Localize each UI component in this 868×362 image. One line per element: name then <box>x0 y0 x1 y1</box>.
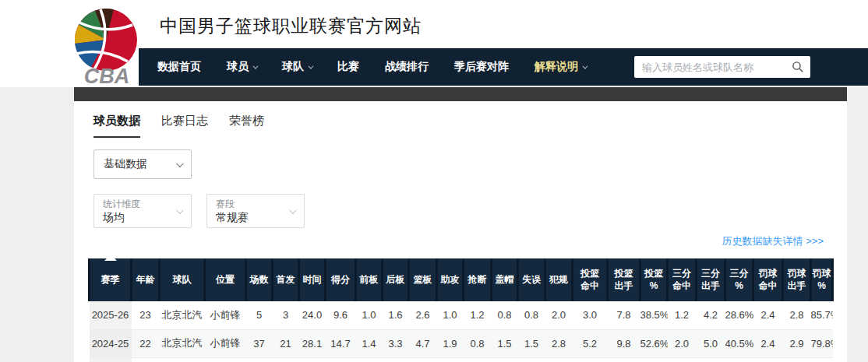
column-header-19[interactable]: 三分 命中 <box>668 258 697 301</box>
stage-value: 常规赛 <box>216 210 284 224</box>
table-cell: 3 <box>273 301 299 329</box>
table-cell: 1.6 <box>383 301 409 329</box>
dimension-label: 统计维度 <box>103 198 171 210</box>
table-cell <box>90 357 132 362</box>
table-cell: 9.6 <box>326 301 356 329</box>
column-header-11[interactable]: 助攻 <box>437 258 464 301</box>
column-header-14[interactable]: 失误 <box>518 258 545 301</box>
table-cell: 小前锋 <box>205 301 246 329</box>
table-cell: 2.8 <box>783 301 811 329</box>
table-cell: 北京北汽 <box>160 301 205 329</box>
table-cell: 5.0 <box>697 329 725 357</box>
page-title: 中国男子篮球职业联赛官方网站 <box>160 14 422 38</box>
column-header-5[interactable]: 首发 <box>273 258 299 301</box>
tab-player-data[interactable]: 球员数据 <box>94 114 140 138</box>
column-header-22[interactable]: 罚球 命中 <box>753 258 783 301</box>
table-cell: 28.6% <box>725 301 753 329</box>
column-header-0[interactable]: 赛季 <box>90 258 132 301</box>
chevron-down-icon <box>176 206 184 214</box>
column-header-1[interactable]: 年龄 <box>132 258 160 301</box>
table-cell: 52.6% <box>640 329 668 357</box>
table-cell: 2.8 <box>545 329 573 357</box>
table-cell <box>573 357 608 362</box>
column-header-12[interactable]: 抢断 <box>464 258 492 301</box>
table-cell <box>811 357 833 362</box>
table-cell: 28.1 <box>299 329 326 357</box>
column-header-16[interactable]: 投篮 命中 <box>573 258 608 301</box>
table-cell: 小前锋 <box>205 329 246 357</box>
table-cell: 22 <box>132 329 160 357</box>
table-cell: 2.6 <box>409 301 437 329</box>
search-input[interactable] <box>642 62 792 73</box>
table-cell: 5 <box>246 301 273 329</box>
nav-item-2[interactable]: 球队 <box>282 60 312 74</box>
table-cell <box>668 357 697 362</box>
category-select-value: 基础数据 <box>104 157 147 171</box>
column-header-21[interactable]: 三分 % <box>725 258 753 301</box>
tab-game-log[interactable]: 比赛日志 <box>161 114 208 138</box>
nav-item-label: 球队 <box>282 60 304 74</box>
nav-item-6[interactable]: 解释说明 <box>535 60 586 74</box>
table-body: 2025-2623北京北汽小前锋5324.09.61.01.62.61.01.2… <box>90 301 833 362</box>
table-cell: 85.7% <box>811 301 833 329</box>
nav-item-1[interactable]: 球员 <box>227 60 256 74</box>
category-select[interactable]: 基础数据 <box>94 149 192 179</box>
search-icon[interactable] <box>792 61 804 73</box>
stage-select[interactable]: 赛段 常规赛 <box>206 194 305 228</box>
column-header-18[interactable]: 投篮 % <box>640 258 668 301</box>
table-cell: 79.8% <box>811 329 833 357</box>
table-cell: 24.0 <box>299 301 326 329</box>
nav-item-4[interactable]: 战绩排行 <box>385 60 429 74</box>
table-cell: 1.0 <box>356 301 383 329</box>
tab-honors[interactable]: 荣誉榜 <box>229 114 264 138</box>
column-header-10[interactable]: 篮板 <box>409 258 437 301</box>
column-header-9[interactable]: 后板 <box>383 258 409 301</box>
table-cell: 2.0 <box>668 329 697 357</box>
table-cell <box>132 357 160 362</box>
column-header-17[interactable]: 投篮 出手 <box>608 258 640 301</box>
table-cell <box>409 357 437 362</box>
stats-table-wrap: 赛季年龄球队位置场数首发时间得分前板后板篮板助攻抢断盖帽失误犯规投篮 命中投篮 … <box>88 255 834 362</box>
table-cell <box>608 357 640 362</box>
column-header-20[interactable]: 三分 出手 <box>697 258 725 301</box>
column-header-13[interactable]: 盖帽 <box>492 258 518 301</box>
table-cell <box>753 357 783 362</box>
cba-logo[interactable]: CBA <box>70 4 143 86</box>
column-header-7[interactable]: 得分 <box>326 258 356 301</box>
table-cell: 2.9 <box>783 329 811 357</box>
nav-item-label: 比赛 <box>337 60 359 74</box>
table-cell: 2.4 <box>753 301 783 329</box>
column-header-2[interactable]: 球队 <box>160 258 205 301</box>
column-header-15[interactable]: 犯规 <box>545 258 573 301</box>
table-cell <box>160 357 205 362</box>
table-cell: 2024-25 <box>90 329 132 357</box>
table-cell: 4.7 <box>409 329 437 357</box>
table-cell: 7.8 <box>608 301 640 329</box>
table-cell: 23 <box>132 301 160 329</box>
search-box <box>634 56 810 78</box>
nav-item-3[interactable]: 比赛 <box>337 60 359 74</box>
table-cell <box>640 357 668 362</box>
nav-item-5[interactable]: 季后赛对阵 <box>454 60 509 74</box>
table-cell: 1.0 <box>437 301 464 329</box>
column-header-8[interactable]: 前板 <box>356 258 383 301</box>
nav-item-0[interactable]: 数据首页 <box>157 60 201 74</box>
table-cell: 4.2 <box>697 301 725 329</box>
column-header-23[interactable]: 罚球 出手 <box>783 258 811 301</box>
column-header-4[interactable]: 场数 <box>246 258 273 301</box>
table-cell: 1.5 <box>518 329 545 357</box>
table-cell <box>356 357 383 362</box>
table-cell <box>725 357 753 362</box>
column-header-24[interactable]: 罚球 % <box>811 258 833 301</box>
main-navbar: 数据首页球员球队比赛战绩排行季后赛对阵解释说明 <box>139 48 868 86</box>
cba-basketball-icon: CBA <box>70 4 143 86</box>
column-header-3[interactable]: 位置 <box>205 258 246 301</box>
chevron-down-icon <box>252 63 258 69</box>
column-header-6[interactable]: 时间 <box>299 258 326 301</box>
dimension-select[interactable]: 统计维度 场均 <box>94 194 192 228</box>
stage-label: 赛段 <box>216 198 284 210</box>
history-missing-data-link[interactable]: 历史数据缺失详情 >>> <box>722 234 824 248</box>
table-cell: 1.2 <box>464 301 492 329</box>
table-cell: 1.4 <box>356 329 383 357</box>
nav-item-label: 解释说明 <box>535 60 578 74</box>
